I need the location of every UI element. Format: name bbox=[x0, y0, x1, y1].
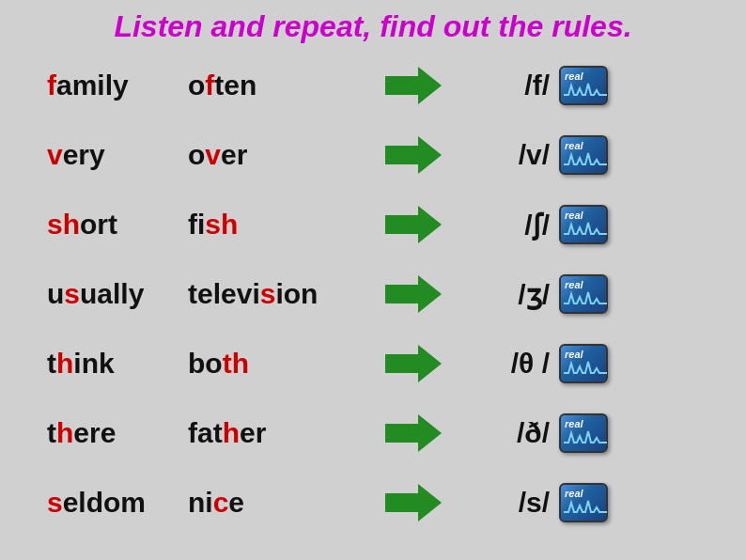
word2-3: television bbox=[179, 278, 366, 310]
word2-2: fish bbox=[179, 209, 366, 241]
phoneme-1: /v/ bbox=[519, 139, 550, 171]
main-page: Listen and repeat, find out the rules. f… bbox=[0, 0, 746, 560]
phoneme-5: /ð/ bbox=[517, 417, 550, 449]
arrow-col-1 bbox=[366, 136, 460, 174]
svg-marker-2 bbox=[385, 206, 442, 243]
word1-0: family bbox=[19, 70, 179, 101]
arrow-icon bbox=[385, 484, 442, 521]
arrow-col-2 bbox=[366, 206, 460, 243]
real-label-6: real bbox=[565, 488, 583, 499]
row-2: shortfish /ʃ/ real bbox=[19, 191, 727, 258]
wave-icon-2 bbox=[564, 221, 607, 238]
arrow-icon bbox=[385, 136, 442, 174]
row-5: therefather /ð/ real bbox=[19, 399, 727, 467]
word2-1: over bbox=[179, 139, 366, 171]
row-1: veryover /v/ real bbox=[19, 121, 727, 189]
real-button-1[interactable]: real bbox=[559, 135, 608, 175]
word2-0: often bbox=[179, 70, 366, 101]
word1-5: there bbox=[19, 417, 179, 449]
real-button-4[interactable]: real bbox=[559, 344, 608, 383]
real-label-0: real bbox=[565, 70, 583, 82]
phoneme-col-2: /ʃ/ bbox=[460, 209, 554, 241]
svg-marker-1 bbox=[385, 136, 442, 174]
phoneme-6: /s/ bbox=[519, 487, 550, 519]
arrow-icon bbox=[385, 345, 442, 382]
arrow-icon bbox=[385, 275, 442, 313]
svg-marker-3 bbox=[385, 275, 442, 313]
real-button-5[interactable]: real bbox=[559, 413, 608, 453]
svg-marker-6 bbox=[385, 484, 442, 521]
word2-4: both bbox=[179, 348, 366, 380]
real-button-6[interactable]: real bbox=[559, 483, 608, 522]
arrow-col-3 bbox=[366, 275, 460, 313]
svg-marker-0 bbox=[385, 67, 442, 104]
phoneme-2: /ʃ/ bbox=[524, 209, 550, 241]
row-3: usuallytelevision /ʒ/ real bbox=[19, 260, 727, 328]
wave-icon-0 bbox=[564, 82, 607, 99]
wave-icon-5 bbox=[564, 429, 607, 446]
arrow-col-4 bbox=[366, 345, 460, 382]
phoneme-4: /θ / bbox=[511, 348, 550, 380]
phoneme-col-6: /s/ bbox=[460, 487, 554, 519]
phoneme-3: /ʒ/ bbox=[518, 278, 550, 311]
word1-4: think bbox=[19, 348, 179, 380]
arrow-icon bbox=[385, 414, 442, 452]
arrow-col-6 bbox=[366, 484, 460, 521]
page-title: Listen and repeat, find out the rules. bbox=[19, 9, 727, 44]
phoneme-col-1: /v/ bbox=[460, 139, 554, 171]
arrow-icon bbox=[385, 206, 442, 243]
row-0: familyoften /f/ real bbox=[19, 52, 727, 119]
word1-3: usually bbox=[19, 278, 179, 310]
phoneme-0: /f/ bbox=[524, 70, 550, 101]
real-label-1: real bbox=[565, 140, 583, 151]
arrow-col-5 bbox=[366, 414, 460, 452]
phoneme-col-5: /ð/ bbox=[460, 417, 554, 449]
row-6: seldomnice /s/ real bbox=[19, 469, 727, 537]
word1-6: seldom bbox=[19, 487, 179, 519]
wave-icon-6 bbox=[564, 499, 607, 516]
real-label-5: real bbox=[565, 418, 583, 429]
wave-icon-1 bbox=[564, 151, 607, 168]
phoneme-col-3: /ʒ/ bbox=[460, 278, 554, 311]
wave-icon-3 bbox=[564, 290, 607, 307]
phoneme-col-0: /f/ bbox=[460, 70, 554, 101]
word2-5: father bbox=[179, 417, 366, 449]
word2-6: nice bbox=[179, 487, 366, 519]
arrow-icon bbox=[385, 67, 442, 104]
phoneme-col-4: /θ / bbox=[460, 348, 554, 380]
real-label-2: real bbox=[565, 210, 583, 221]
real-label-3: real bbox=[565, 279, 583, 290]
real-label-4: real bbox=[565, 349, 583, 360]
row-4: thinkboth /θ / real bbox=[19, 330, 727, 397]
wave-icon-4 bbox=[564, 360, 607, 377]
svg-marker-5 bbox=[385, 414, 442, 452]
svg-marker-4 bbox=[385, 345, 442, 382]
real-button-2[interactable]: real bbox=[559, 205, 608, 244]
real-button-3[interactable]: real bbox=[559, 274, 608, 314]
word1-2: short bbox=[19, 209, 179, 241]
real-button-0[interactable]: real bbox=[559, 66, 608, 105]
word1-1: very bbox=[19, 139, 179, 171]
arrow-col-0 bbox=[366, 67, 460, 104]
rows-container: familyoften /f/ real veryover /v/ real s… bbox=[19, 52, 727, 537]
